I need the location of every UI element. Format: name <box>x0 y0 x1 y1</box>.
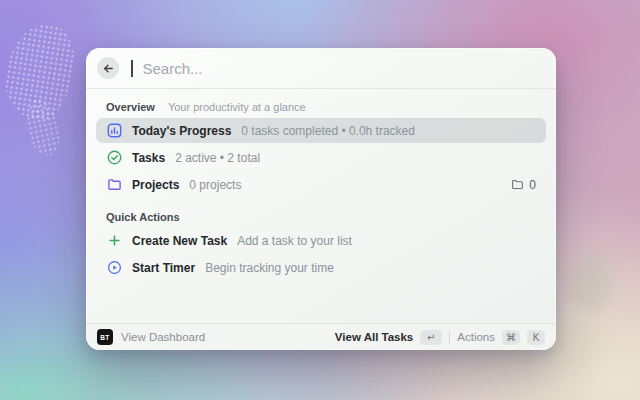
list-item-subtitle: 2 active • 2 total <box>175 151 260 165</box>
search-bar <box>86 48 556 89</box>
results-list: Overview Your productivity at a glance T… <box>86 89 556 280</box>
list-item-title: Tasks <box>132 151 165 165</box>
desktop-background: Overview Your productivity at a glance T… <box>0 0 640 400</box>
return-key-icon: ↵ <box>420 330 442 345</box>
list-item-title: Start Timer <box>132 261 195 275</box>
bar-chart-icon <box>106 123 122 138</box>
list-item-subtitle: 0 tasks completed • 0.0h tracked <box>241 124 415 138</box>
search-input[interactable] <box>141 60 546 77</box>
launcher-window: Overview Your productivity at a glance T… <box>86 48 556 350</box>
list-item-start-timer[interactable]: Start Timer Begin tracking your time <box>96 255 546 280</box>
footer-divider <box>449 332 450 343</box>
plus-icon <box>106 233 122 248</box>
folder-icon <box>106 177 122 192</box>
list-item-title: Create New Task <box>132 234 227 248</box>
footer-actions: View All Tasks ↵ Actions ⌘ K <box>335 330 545 345</box>
list-item-create-new-task[interactable]: Create New Task Add a task to your list <box>96 228 546 253</box>
background-blob <box>570 254 612 312</box>
list-item-title: Today's Progress <box>132 124 231 138</box>
list-item-tasks[interactable]: Tasks 2 active • 2 total <box>96 145 546 170</box>
footer-left-label[interactable]: View Dashboard <box>121 331 205 343</box>
list-item-todays-progress[interactable]: Today's Progress 0 tasks completed • 0.0… <box>96 118 546 143</box>
section-title: Overview <box>106 101 155 113</box>
project-count-badge: 0 <box>511 178 536 192</box>
folder-icon <box>511 178 524 191</box>
list-item-title: Projects <box>132 178 179 192</box>
section-title: Quick Actions <box>106 211 180 223</box>
list-item-subtitle: Begin tracking your time <box>205 261 334 275</box>
list-item-projects[interactable]: Projects 0 projects 0 <box>96 172 546 197</box>
footer-bar: BT View Dashboard View All Tasks ↵ Actio… <box>86 323 556 350</box>
play-circle-icon <box>106 260 122 275</box>
actions-button[interactable]: Actions ⌘ K <box>457 330 545 345</box>
arrow-left-icon <box>102 62 115 75</box>
k-key-icon: K <box>527 330 545 345</box>
text-caret <box>131 60 133 77</box>
actions-label: Actions <box>457 331 495 343</box>
list-item-subtitle: 0 projects <box>189 178 241 192</box>
section-header-overview: Overview Your productivity at a glance <box>96 94 546 118</box>
check-circle-icon <box>106 150 122 165</box>
app-logo: BT <box>97 329 113 345</box>
list-item-subtitle: Add a task to your list <box>237 234 352 248</box>
back-button[interactable] <box>97 57 119 79</box>
view-all-tasks-button[interactable]: View All Tasks ↵ <box>335 330 442 345</box>
view-all-tasks-label: View All Tasks <box>335 331 413 343</box>
section-subtitle: Your productivity at a glance <box>168 101 306 113</box>
command-key-icon: ⌘ <box>502 330 520 345</box>
project-count: 0 <box>529 178 536 192</box>
section-header-quick-actions: Quick Actions <box>96 199 546 228</box>
